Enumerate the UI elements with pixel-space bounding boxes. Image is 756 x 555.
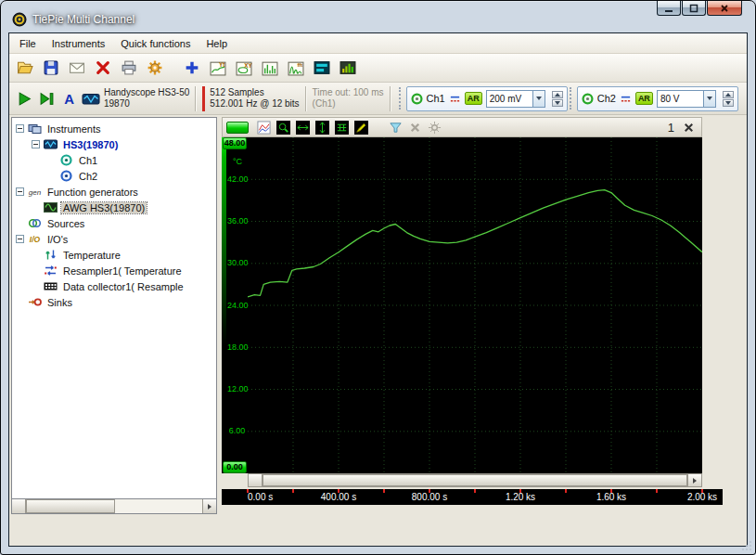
record-info[interactable]: 512 Samples 512.001 Hz @ 12 bits <box>210 87 299 110</box>
pen-button[interactable] <box>352 119 370 136</box>
add-yt-graph-button[interactable]: Yt <box>206 56 230 80</box>
tree-item-resampler1-temperature[interactable]: Resampler1( Temperature <box>12 263 216 278</box>
minimize-button[interactable] <box>657 1 681 16</box>
tree-item-awg-hs3-19870[interactable]: AWG HS3(19870) <box>12 200 216 215</box>
resize-grip[interactable] <box>740 539 752 551</box>
one-shot-button[interactable] <box>35 87 58 110</box>
tree-item-i-o-s[interactable]: I/OI/O's <box>12 231 216 247</box>
add-bar-graph-button[interactable] <box>258 56 282 80</box>
right-arrow-icon <box>208 504 211 510</box>
channel-label: Ch2 <box>597 93 616 104</box>
email-icon <box>69 59 85 76</box>
zoom-button[interactable] <box>275 119 292 136</box>
tree-item-instruments[interactable]: Instruments <box>12 121 216 136</box>
channel-grip[interactable] <box>399 87 401 110</box>
close-graph-button[interactable] <box>680 119 698 136</box>
tree-item-label: HS3(19870) <box>61 139 120 150</box>
delete-all-button[interactable] <box>91 56 115 80</box>
spinner-down-icon[interactable] <box>552 99 563 107</box>
tree-item-temperature[interactable]: Temperature <box>12 247 216 263</box>
x-axis-tick-label: 0.00 s <box>248 492 273 502</box>
close-graph-icon <box>682 121 696 135</box>
pan-horizontal-icon <box>296 121 310 135</box>
y-axis-tick[interactable]: 48.00 <box>223 137 247 149</box>
autoranging-badge[interactable]: AR <box>465 92 482 105</box>
tree-item-sinks[interactable]: Sinks <box>12 294 216 310</box>
range-spinner[interactable] <box>552 91 563 107</box>
scrollbar-track[interactable] <box>26 499 202 513</box>
add-level-meter-button[interactable] <box>336 56 360 80</box>
scroll-left-button[interactable] <box>249 474 263 486</box>
title-bar[interactable]: TiePie Multi Channel <box>8 1 748 32</box>
combine-instruments-button[interactable] <box>180 56 204 80</box>
menu-item-quick-functions[interactable]: Quick functions <box>113 35 198 52</box>
y-axis-tick[interactable]: 0.00 <box>223 461 247 473</box>
tree-horizontal-scrollbar[interactable] <box>11 498 217 514</box>
autoranging-badge[interactable]: AR <box>635 92 653 105</box>
x-axis-tick-mark <box>565 489 567 493</box>
y-axis-button[interactable] <box>226 122 249 134</box>
tree-expander[interactable] <box>16 187 24 196</box>
email-button[interactable] <box>65 56 89 80</box>
menu-item-instruments[interactable]: Instruments <box>45 35 112 52</box>
add-fft-graph-button[interactable]: fft <box>284 56 308 80</box>
tree-expander[interactable] <box>16 235 24 243</box>
pan-horizontal-button[interactable] <box>294 119 312 136</box>
channel-grip[interactable] <box>570 87 571 110</box>
x-axis-tick-mark <box>656 489 658 493</box>
graph-toolbar: 1 <box>222 117 702 137</box>
y-axis[interactable]: 48.0042.0036.0030.0024.0018.0012.006.000… <box>222 137 248 473</box>
close-button[interactable] <box>707 1 742 16</box>
tree-item-data-collector1-resample[interactable]: Data collector1( Resample <box>12 278 216 294</box>
tree-item-ch1[interactable]: Ch1 <box>12 152 216 168</box>
scrollbar-thumb[interactable] <box>263 474 687 486</box>
settings-button[interactable] <box>143 56 167 80</box>
range-select[interactable]: 200 mV <box>486 90 545 108</box>
tree-expander[interactable] <box>32 140 40 148</box>
menu-item-help[interactable]: Help <box>199 35 235 52</box>
data-table-button[interactable] <box>333 119 351 136</box>
y-axis-tick: 36.00 <box>227 216 247 226</box>
open-button[interactable] <box>13 56 37 80</box>
x-axis[interactable]: 0.00 s400.00 s800.00 s1.20 ks1.60 ks2.00… <box>222 489 723 505</box>
object-tree-panel: InstrumentsHS3(19870)Ch1Ch2genFunction g… <box>11 117 217 514</box>
dropdown-arrow-icon[interactable] <box>532 91 545 107</box>
scrollbar-thumb[interactable] <box>26 499 115 513</box>
svg-text:gen: gen <box>29 188 42 197</box>
scrollbar-track[interactable] <box>263 474 687 486</box>
graph-properties-button[interactable] <box>255 119 273 136</box>
x-axis-tick-label: 1.20 ks <box>506 492 535 502</box>
save-button[interactable] <box>39 56 63 80</box>
tree-item-label: AWG HS3(19870) <box>61 202 147 213</box>
clear-button <box>406 119 424 136</box>
range-spinner[interactable] <box>723 91 734 107</box>
range-value: 200 mV <box>487 94 532 104</box>
scroll-right-button[interactable] <box>687 474 701 486</box>
tree-item-hs3-19870[interactable]: HS3(19870) <box>12 136 216 152</box>
spinner-up-icon[interactable] <box>552 91 563 98</box>
add-xy-graph-button[interactable]: XY <box>232 56 256 80</box>
print-button[interactable] <box>117 56 141 80</box>
scroll-right-button[interactable] <box>202 499 216 513</box>
graph-horizontal-scrollbar[interactable] <box>248 473 702 487</box>
maximize-button[interactable] <box>682 1 706 16</box>
tree-item-function-generators[interactable]: genFunction generators <box>12 184 216 200</box>
tree-expander[interactable] <box>16 124 24 133</box>
scroll-left-button[interactable] <box>12 499 26 513</box>
spinner-up-icon[interactable] <box>723 91 734 98</box>
timeout-info: Time out: 100 ms (Ch1) <box>313 87 384 110</box>
settings-icon <box>147 59 163 76</box>
y-axis-tick: 42.00 <box>227 174 247 185</box>
pan-vertical-button[interactable] <box>314 119 331 136</box>
start-measurement-button[interactable] <box>13 87 35 110</box>
tree-item-sources[interactable]: Sources <box>12 215 216 231</box>
plot-area[interactable] <box>248 137 702 473</box>
cursors-button[interactable] <box>387 119 404 136</box>
range-select[interactable]: 80 V <box>657 90 716 108</box>
spinner-down-icon[interactable] <box>723 99 734 107</box>
autosetup-button[interactable]: A <box>58 87 80 110</box>
add-meter-button[interactable] <box>310 56 334 80</box>
tree-item-ch2[interactable]: Ch2 <box>12 168 216 184</box>
menu-item-file[interactable]: File <box>12 35 44 52</box>
dropdown-arrow-icon[interactable] <box>703 91 715 107</box>
